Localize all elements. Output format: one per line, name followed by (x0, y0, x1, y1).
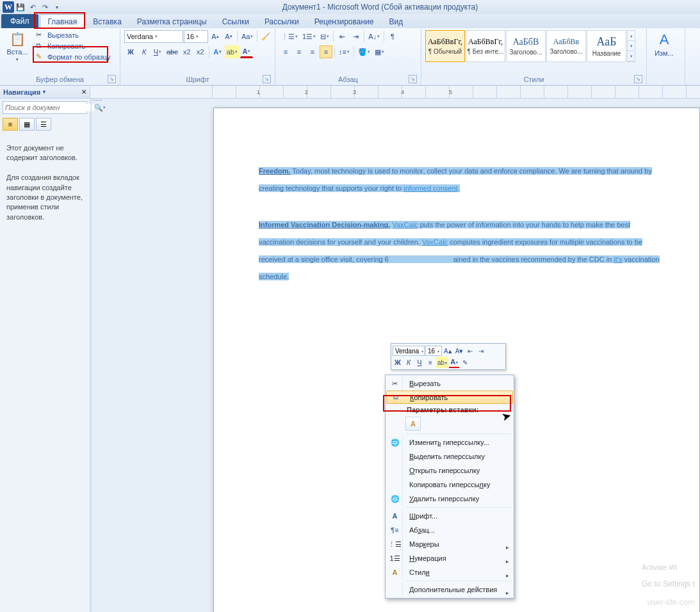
ctx-bullets[interactable]: ⋮☰Маркеры (386, 537, 513, 551)
ctx-select-hyperlink[interactable]: Выделить гиперссылку (386, 449, 513, 463)
cut-button[interactable]: Вырезать (33, 30, 113, 40)
line-spacing-button[interactable]: ↕≡ (337, 45, 352, 58)
borders-button[interactable]: ▦ (373, 45, 386, 58)
style-heading2[interactable]: АаБбВвЗаголово... (546, 30, 586, 62)
subscript-button[interactable]: x2 (181, 45, 193, 58)
doc-link-its[interactable]: it's (614, 255, 622, 263)
copy-button[interactable]: Копировать (33, 41, 113, 51)
redo-icon[interactable]: ↷ (39, 1, 51, 13)
mini-format-painter[interactable]: ✎ (460, 357, 470, 368)
sort-button[interactable]: A↓ (366, 30, 382, 43)
increase-indent-button[interactable]: ⇥ (349, 30, 362, 43)
shading-button[interactable]: 🪣 (356, 45, 372, 58)
tab-home[interactable]: Главная (40, 14, 86, 28)
bold-button[interactable]: Ж (124, 45, 137, 58)
nav-tab-results[interactable]: ☰ (36, 118, 51, 131)
style-normal[interactable]: АаБбВвГг,¶ Обычный (425, 30, 465, 62)
tab-mailings[interactable]: Рассылки (257, 15, 307, 28)
mini-underline[interactable]: Ч (414, 357, 425, 368)
tab-insert[interactable]: Вставка (85, 15, 129, 28)
mini-size-combo[interactable]: 16 (425, 346, 442, 356)
mini-shrink-font[interactable]: A▾ (454, 345, 465, 357)
multilevel-button[interactable]: ⊟ (318, 30, 331, 43)
ctx-numbering[interactable]: 1☰Нумерация (386, 551, 513, 565)
nav-search-input[interactable] (5, 104, 94, 111)
underline-button[interactable]: Ч (151, 45, 164, 58)
style-heading1[interactable]: АаБбВЗаголово... (506, 30, 546, 62)
save-icon[interactable]: 💾 (15, 1, 26, 13)
ctx-more-actions[interactable]: Дополнительные действия (386, 583, 513, 597)
mini-dec-indent[interactable]: ⇤ (465, 345, 475, 357)
group-clipboard: Вста... ▾ Вырезать Копировать Формат по … (0, 28, 120, 85)
ctx-edit-hyperlink[interactable]: 🌐Изменить гиперссылку... (386, 435, 513, 449)
strike-button[interactable]: abc (165, 45, 180, 58)
nav-tab-headings[interactable]: ≡ (3, 118, 18, 131)
font-size-combo[interactable]: 16 (184, 30, 208, 43)
grow-font-button[interactable]: A▴ (209, 30, 222, 43)
align-center-button[interactable]: ≡ (293, 45, 305, 58)
nav-search[interactable]: 🔍 ▾ (3, 101, 87, 114)
doc-heading-2: Informed Vaccination Decision-making. (259, 221, 390, 229)
nav-close-icon[interactable]: ✕ (81, 88, 86, 95)
font-launcher-icon[interactable]: ↘ (263, 75, 271, 83)
vertical-ruler[interactable] (90, 99, 92, 612)
paste-option-keep[interactable]: A (405, 417, 421, 431)
superscript-button[interactable]: x2 (194, 45, 207, 58)
ctx-font[interactable]: AШрифт... (386, 509, 513, 523)
styles-gallery[interactable]: АаБбВвГг,¶ Обычный АаБбВвГг,¶ Без инте..… (425, 30, 635, 62)
italic-button[interactable]: К (138, 45, 151, 58)
tab-view[interactable]: Вид (381, 15, 411, 28)
bullets-button[interactable]: ⋮☰ (279, 30, 300, 43)
ctx-open-hyperlink[interactable]: Открыть гиперссылку (386, 463, 513, 478)
horizontal-ruler[interactable]: 12345 (90, 86, 700, 99)
font-name-combo[interactable]: Verdana (124, 30, 183, 43)
format-painter-button[interactable]: Формат по образцу (33, 52, 113, 62)
styles-launcher-icon[interactable]: ↘ (634, 75, 642, 83)
ctx-copy-hyperlink[interactable]: Копировать гиперссылку (386, 478, 513, 492)
clipboard-launcher-icon[interactable]: ↘ (108, 75, 116, 83)
numbering-button[interactable]: 1☰ (300, 30, 318, 43)
decrease-indent-button[interactable]: ⇤ (336, 30, 348, 43)
change-case-button[interactable]: Aa (240, 30, 255, 43)
mini-font-color[interactable]: A (449, 357, 459, 368)
doc-link-vaxcalc-2[interactable]: VaxCalc (422, 238, 448, 246)
para-launcher-icon[interactable]: ↘ (409, 75, 417, 83)
ctx-cut[interactable]: ВВырезатьырезать (386, 376, 513, 391)
highlight-button[interactable]: ab (225, 45, 240, 58)
tab-page-layout[interactable]: Разметка страницы (129, 15, 215, 28)
ctx-paragraph[interactable]: ¶≡Абзац... (386, 523, 513, 537)
style-title[interactable]: АаБНазвание (587, 30, 626, 62)
style-no-spacing[interactable]: АаБбВвГг,¶ Без инте... (466, 30, 505, 62)
change-styles-button[interactable]: AИзм... (651, 30, 678, 58)
text-effects-button[interactable]: A (211, 45, 224, 58)
nav-tab-pages[interactable]: ▦ (19, 118, 35, 131)
gallery-scroll[interactable]: ▴▾▾ (627, 30, 635, 62)
tab-references[interactable]: Ссылки (215, 15, 257, 28)
mini-inc-indent[interactable]: ⇥ (476, 345, 486, 357)
doc-link-vaxcalc-1[interactable]: VaxCalc (392, 221, 418, 229)
mini-center[interactable]: ≡ (425, 357, 435, 368)
justify-button[interactable]: ≡ (320, 45, 332, 58)
undo-icon[interactable]: ↶ (27, 1, 38, 13)
align-left-button[interactable]: ≡ (279, 45, 292, 58)
mini-grow-font[interactable]: A▴ (443, 345, 453, 357)
font-a-icon: A (393, 512, 398, 520)
mini-bold[interactable]: Ж (393, 357, 403, 368)
align-right-button[interactable]: ≡ (306, 45, 319, 58)
ctx-styles[interactable]: AСтили (386, 565, 513, 579)
mini-font-combo[interactable]: Verdana (393, 346, 425, 356)
paste-button[interactable]: Вста... ▾ (4, 30, 31, 63)
qat-more-icon[interactable]: ▾ (51, 1, 63, 13)
shrink-font-button[interactable]: A▾ (222, 30, 235, 43)
tab-file[interactable]: Файл (1, 14, 38, 28)
mini-highlight[interactable]: ab (436, 357, 448, 368)
word-icon[interactable]: W (3, 1, 14, 13)
ctx-copy[interactable]: Копировать (386, 391, 513, 404)
font-color-button[interactable]: A (240, 45, 253, 58)
mini-italic[interactable]: К (403, 357, 414, 368)
tab-review[interactable]: Рецензирование (307, 15, 382, 28)
show-marks-button[interactable] (386, 30, 399, 43)
doc-link-consent[interactable]: informed consent (403, 184, 457, 192)
ctx-delete-hyperlink[interactable]: 🌐Удалить гиперссылку (386, 492, 513, 506)
clear-formatting-button[interactable]: 🧹 (259, 30, 272, 43)
